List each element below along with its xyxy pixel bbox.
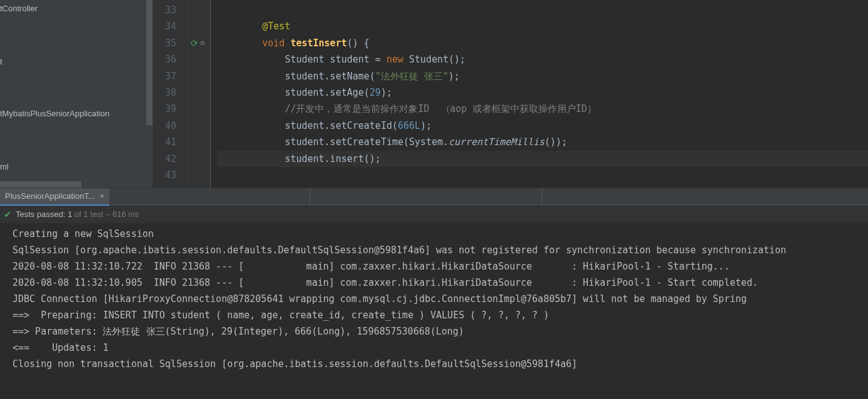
console-line: 2020-08-08 11:32:10.722 INFO 21368 --- […	[13, 258, 868, 275]
code-editor[interactable]: 3334353637383940414243 ⟳⊟ @Test void tes…	[153, 0, 868, 188]
code-line[interactable]: student.setAge(29);	[217, 84, 868, 101]
console-line: Creating a new SqlSession	[13, 226, 868, 242]
sidebar-item[interactable]: ml	[0, 159, 153, 174]
console-output[interactable]: Creating a new SqlSessionSqlSession [org…	[0, 223, 868, 399]
line-number: 34	[153, 18, 188, 34]
line-number: 43	[153, 167, 188, 183]
code-area[interactable]: @Test void testInsert() { Student studen…	[211, 0, 868, 188]
console-line: 2020-08-08 11:32:10.905 INFO 21368 --- […	[13, 275, 868, 291]
code-line[interactable]: Student student = new Student();	[217, 51, 868, 68]
sidebar-item[interactable]: tMybatisPlusSeniorApplication	[0, 106, 153, 121]
line-number: 38	[153, 84, 188, 101]
line-number: 35	[153, 35, 188, 51]
main-area: tController t tMybatisPlusSeniorApplicat…	[0, 0, 868, 188]
run-panel: PlusSeniorApplicationT... × ✔ Tests pass…	[0, 188, 868, 399]
console-line: Closing non transactional SqlSession [or…	[13, 356, 868, 372]
code-line[interactable]: void testInsert() {	[217, 35, 868, 51]
line-number-gutter: 3334353637383940414243	[153, 0, 188, 188]
line-number: 41	[153, 134, 188, 150]
code-line[interactable]	[217, 167, 868, 183]
line-number: 39	[153, 101, 188, 117]
line-number: 40	[153, 118, 188, 134]
scrollbar-thumb[interactable]	[146, 0, 153, 125]
code-line[interactable]: student.setCreateId(666L);	[217, 118, 868, 134]
project-sidebar[interactable]: tController t tMybatisPlusSeniorApplicat…	[0, 0, 153, 188]
test-tab[interactable]: PlusSeniorApplicationT... ×	[0, 188, 109, 206]
console-line: <== Updates: 1	[13, 340, 868, 356]
code-line[interactable]: student.insert();	[217, 151, 868, 167]
tests-passed-count: 1	[68, 210, 72, 219]
run-panel-tabs: PlusSeniorApplicationT... ×	[0, 188, 868, 206]
code-line[interactable]: @Test	[217, 18, 868, 34]
console-line: JDBC Connection [HikariProxyConnection@8…	[13, 291, 868, 307]
sidebar-item[interactable]: t	[0, 54, 153, 69]
check-icon: ✔	[4, 209, 12, 220]
close-icon[interactable]: ×	[100, 192, 104, 201]
line-number: 37	[153, 68, 188, 84]
test-status-bar: ✔ Tests passed: 1 of 1 test – 616 ms	[0, 206, 868, 223]
code-line[interactable]: //开发中，通常是当前操作对象ID （aop 或者框架中获取操作用户ID）	[217, 101, 868, 117]
code-line[interactable]: student.setName("法外狂徒 张三");	[217, 68, 868, 84]
gutter-icons: ⟳⊟	[188, 0, 211, 188]
collapse-icon[interactable]: ⊟	[201, 39, 204, 46]
console-line: SqlSession [org.apache.ibatis.session.de…	[13, 242, 868, 258]
sidebar-vscrollbar[interactable]	[146, 0, 153, 188]
line-number: 42	[153, 151, 188, 167]
tests-passed-label: Tests passed:	[16, 210, 66, 219]
code-line[interactable]: student.setCreateTime(System.currentTime…	[217, 134, 868, 150]
line-number: 33	[153, 2, 188, 18]
tab-label: PlusSeniorApplicationT...	[5, 191, 95, 201]
tests-summary: of 1 test – 616 ms	[74, 210, 139, 219]
code-line[interactable]	[217, 2, 868, 18]
sidebar-item[interactable]: tController	[0, 1, 153, 16]
console-line: ==> Preparing: INSERT INTO student ( nam…	[13, 307, 868, 323]
console-line: ==> Parameters: 法外狂徒 张三(String), 29(Inte…	[13, 323, 868, 340]
line-number: 36	[153, 51, 188, 68]
run-test-icon[interactable]: ⟳	[191, 38, 198, 48]
sidebar-hscrollbar[interactable]	[0, 181, 81, 188]
